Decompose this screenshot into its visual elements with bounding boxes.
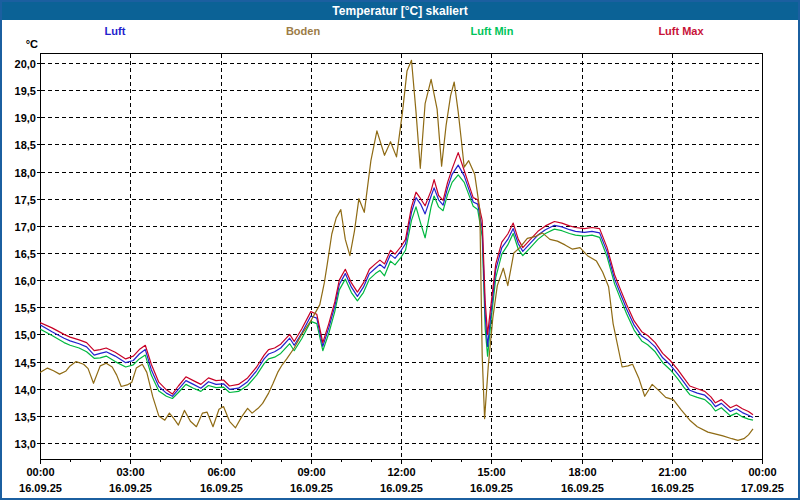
y-tick-label: 16,5	[15, 248, 36, 260]
x-tick-date-label: 16.09.25	[290, 482, 333, 494]
x-tick-time-label: 06:00	[207, 466, 235, 478]
legend-item-1: Boden	[286, 25, 320, 37]
x-tick-date-label: 16.09.25	[19, 482, 62, 494]
y-tick-label: 13,5	[15, 411, 36, 423]
legend-item-3: Luft Max	[658, 25, 703, 37]
y-axis-unit-label: °C	[26, 38, 38, 50]
x-tick-time-label: 18:00	[568, 466, 596, 478]
window-title: Temperatur [°C] skaliert	[332, 4, 467, 18]
y-tick-label: 17,0	[15, 221, 36, 233]
window-titlebar[interactable]: Temperatur [°C] skaliert	[2, 2, 798, 20]
y-tick-label: 17,5	[15, 194, 36, 206]
y-tick-label: 18,5	[15, 139, 36, 151]
y-tick-label: 14,5	[15, 357, 36, 369]
x-tick-time-label: 15:00	[477, 466, 505, 478]
x-tick-date-label: 16.09.25	[561, 482, 604, 494]
y-tick-label: 20,0	[15, 58, 36, 70]
x-tick-time-label: 00:00	[26, 466, 54, 478]
chart-window: 20,019,519,018,518,017,517,016,516,015,5…	[0, 0, 800, 500]
y-tick-label: 15,0	[15, 329, 36, 341]
x-tick-time-label: 21:00	[658, 466, 686, 478]
y-tick-label: 14,0	[15, 384, 36, 396]
x-tick-date-label: 16.09.25	[380, 482, 423, 494]
x-tick-time-label: 12:00	[387, 466, 415, 478]
x-tick-date-label: 16.09.25	[200, 482, 243, 494]
chart-legend: Luft Boden Luft Min Luft Max	[2, 21, 798, 39]
x-tick-time-label: 00:00	[748, 466, 776, 478]
y-tick-label: 13,0	[15, 438, 36, 450]
y-tick-label: 18,0	[15, 167, 36, 179]
x-tick-date-label: 16.09.25	[651, 482, 694, 494]
y-tick-label: 16,0	[15, 275, 36, 287]
x-tick-date-label: 17.09.25	[741, 482, 784, 494]
x-tick-date-label: 16.09.25	[109, 482, 152, 494]
y-tick-label: 15,5	[15, 302, 36, 314]
legend-item-0: Luft	[105, 25, 126, 37]
x-tick-time-label: 03:00	[116, 466, 144, 478]
legend-item-2: Luft Min	[471, 25, 514, 37]
x-tick-date-label: 16.09.25	[470, 482, 513, 494]
x-tick-time-label: 09:00	[297, 466, 325, 478]
y-tick-label: 19,0	[15, 112, 36, 124]
temperature-chart: 20,019,519,018,518,017,517,016,516,015,5…	[2, 2, 798, 498]
y-tick-label: 19,5	[15, 85, 36, 97]
